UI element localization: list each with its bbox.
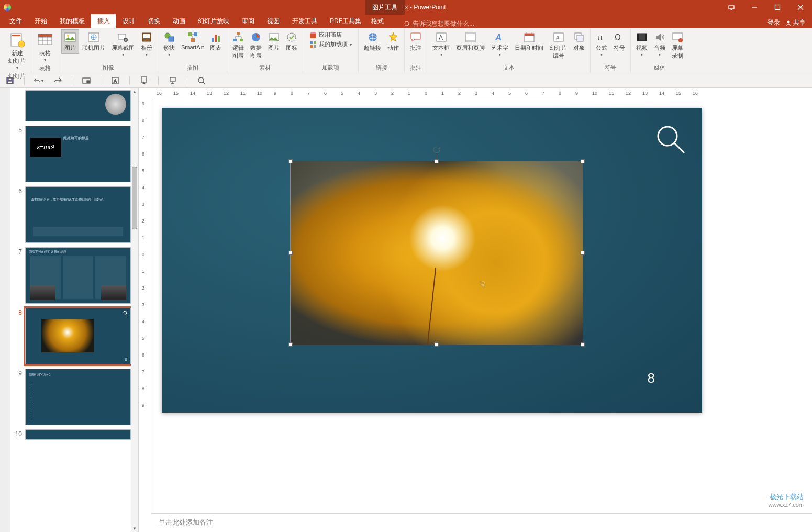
rotation-handle[interactable]: [432, 146, 441, 154]
minimize-button[interactable]: [743, 0, 766, 15]
slide-thumbnails-pane[interactable]: 5 ε=mc²此处填写的标题 6 读书时的名言，成为领域的论文或者细胞的一部好品…: [10, 88, 139, 532]
group-label: 符号: [593, 64, 628, 73]
selected-picture-object[interactable]: ☟: [291, 161, 583, 345]
shapes-button[interactable]: 形状 ▾: [160, 29, 178, 59]
tab-design[interactable]: 设计: [116, 14, 141, 28]
qat-button-4[interactable]: [168, 76, 177, 85]
new-slide-button[interactable]: 新建 幻灯片 ▾: [5, 29, 29, 72]
slide-thumbnail[interactable]: 5 ε=mc²此处填写的标题: [13, 126, 131, 182]
data-chart-button[interactable]: 数据 图表: [247, 29, 265, 62]
tab-home[interactable]: 开始: [28, 14, 53, 28]
hyperlink-button[interactable]: 超链接: [361, 29, 384, 54]
new-slide-label: 新建 幻灯片: [8, 49, 26, 65]
tab-developer[interactable]: 开发工具: [286, 14, 324, 28]
app-logo: [0, 0, 15, 15]
svg-text:#: #: [556, 35, 560, 41]
resize-handle-b[interactable]: [435, 342, 439, 347]
textbox-button[interactable]: A文本框▾: [429, 29, 453, 59]
save-button[interactable]: [5, 76, 15, 85]
tab-animations[interactable]: 动画: [166, 14, 192, 28]
ribbon-display-options[interactable]: [720, 0, 743, 15]
scroll-down-icon[interactable]: ▼: [131, 525, 138, 532]
share-button[interactable]: 共享: [782, 17, 809, 28]
slidenumber-button[interactable]: #幻灯片 编号: [547, 29, 570, 62]
pictures-button[interactable]: 图片: [61, 29, 79, 54]
svg-rect-8: [12, 35, 20, 36]
tab-slideshow[interactable]: 幻灯片放映: [192, 14, 236, 28]
tab-transitions[interactable]: 切换: [141, 14, 166, 28]
group-label: 图像: [61, 64, 155, 73]
audio-button[interactable]: 音频▾: [651, 29, 669, 59]
picture-material-button[interactable]: 图片: [265, 29, 283, 54]
tab-insert[interactable]: 插入: [91, 14, 116, 28]
group-materials: 逻辑 图表 数据 图表 图片 图标 素材: [227, 28, 303, 73]
resize-handle-tr[interactable]: [581, 159, 585, 163]
resize-handle-bl[interactable]: [288, 342, 293, 347]
qat-button-2[interactable]: A: [110, 76, 120, 85]
scrollbar-handle[interactable]: [132, 167, 137, 229]
screen-recording-button[interactable]: 屏幕 录制: [669, 29, 686, 62]
slide-thumbnail[interactable]: 6 读书时的名言，成为领域的论文或者细胞的一部好品。: [13, 186, 131, 243]
qat-button-1[interactable]: [82, 76, 91, 85]
table-button[interactable]: 表格 ▾: [34, 29, 57, 64]
svg-rect-40: [310, 41, 313, 44]
tab-format[interactable]: 格式: [365, 14, 390, 28]
resize-handle-tl[interactable]: [288, 159, 293, 163]
tab-view[interactable]: 视图: [261, 14, 286, 28]
close-button[interactable]: [789, 0, 812, 15]
thumbnails-scrollbar[interactable]: ▲ ▼: [131, 88, 138, 532]
undo-button[interactable]: ▾: [34, 76, 43, 85]
qat-button-5[interactable]: [197, 76, 206, 85]
hyperlink-label: 超链接: [364, 44, 381, 52]
header-footer-button[interactable]: 页眉和页脚: [453, 29, 488, 54]
group-tables: 表格 ▾ 表格: [31, 28, 59, 73]
comment-button[interactable]: 批注: [407, 29, 425, 54]
video-button[interactable]: 视频▾: [633, 29, 651, 59]
tab-review[interactable]: 审阅: [236, 14, 261, 28]
scroll-up-icon[interactable]: ▲: [131, 88, 138, 95]
svg-rect-73: [141, 77, 147, 82]
symbol-button[interactable]: Ω符号: [610, 29, 628, 54]
action-button[interactable]: 动作: [384, 29, 402, 54]
store-button[interactable]: 应用商店: [307, 30, 354, 39]
redo-button[interactable]: [53, 76, 62, 85]
title-bar: PPT教程2.pptx - PowerPoint 图片工具: [0, 0, 812, 15]
resize-handle-r[interactable]: [581, 251, 585, 255]
slide-thumbnail[interactable]: 9 影响到的地位: [13, 369, 131, 425]
slide-thumbnail[interactable]: 10: [13, 429, 131, 440]
smartart-label: SmartArt: [181, 44, 204, 50]
screenshot-button[interactable]: 屏幕截图 ▾: [108, 29, 138, 59]
wordart-button[interactable]: A艺术字▾: [488, 29, 511, 59]
tab-pdftools[interactable]: PDF工具集: [324, 14, 368, 28]
slide-thumbnail-selected[interactable]: 8 8: [13, 308, 131, 364]
maximize-button[interactable]: [766, 0, 789, 15]
resize-handle-t[interactable]: [435, 159, 439, 163]
slide-thumbnail[interactable]: 7 国庆下过的照片效果的标题: [13, 247, 131, 304]
slide-canvas[interactable]: 8 ☟: [162, 108, 702, 413]
svg-point-75: [198, 77, 204, 83]
tell-me-search[interactable]: 告诉我您想要做什么...: [404, 19, 474, 28]
slide-number: 7: [13, 247, 22, 304]
notes-pane[interactable]: 单击此处添加备注: [151, 513, 812, 532]
online-pictures-button[interactable]: 联机图片: [79, 29, 108, 54]
slide-thumbnail[interactable]: [13, 90, 131, 121]
group-symbols: π公式▾ Ω符号 符号: [591, 28, 631, 73]
tab-file[interactable]: 文件: [3, 14, 28, 28]
tab-mytemplates[interactable]: 我的模板: [53, 14, 91, 28]
qat-button-3[interactable]: [139, 76, 149, 85]
logic-chart-button[interactable]: 逻辑 图表: [229, 29, 247, 62]
object-button[interactable]: 对象: [570, 29, 588, 54]
resize-handle-l[interactable]: [288, 251, 293, 255]
icon-material-button[interactable]: 图标: [283, 29, 301, 54]
svg-text:A: A: [495, 32, 502, 42]
login-link[interactable]: 登录: [767, 18, 780, 27]
chart-button[interactable]: 图表: [207, 29, 225, 54]
data-chart-icon: [250, 31, 262, 43]
my-addins-button[interactable]: 我的加载项▾: [307, 40, 354, 49]
equation-button[interactable]: π公式▾: [593, 29, 610, 59]
album-button[interactable]: 相册 ▾: [138, 29, 155, 59]
datetime-button[interactable]: 日期和时间: [511, 29, 547, 54]
smartart-button[interactable]: SmartArt: [178, 29, 207, 52]
svg-text:A: A: [439, 34, 443, 41]
resize-handle-br[interactable]: [581, 342, 585, 347]
